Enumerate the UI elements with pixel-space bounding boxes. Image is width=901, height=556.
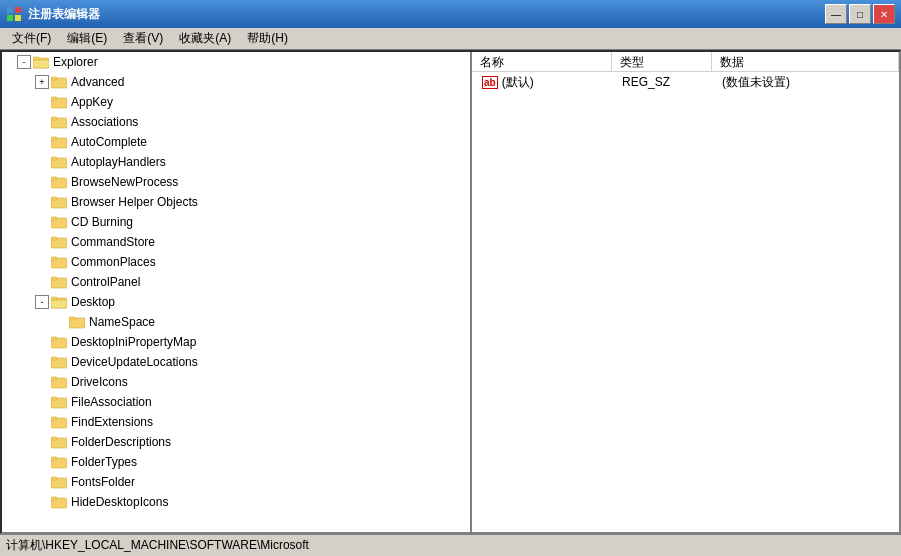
tree-pane[interactable]: - Explorer+ Advanced AppKey Associations… <box>2 52 472 532</box>
menu-edit[interactable]: 编辑(E) <box>59 28 115 49</box>
ab-icon: ab <box>482 76 498 89</box>
folder-icon-fileassociation <box>51 395 67 409</box>
svg-rect-2 <box>7 15 13 21</box>
tree-label-advanced: Advanced <box>71 75 124 89</box>
tree-item-folderdescriptions[interactable]: FolderDescriptions <box>2 432 470 452</box>
tree-item-autoplayhandlers[interactable]: AutoplayHandlers <box>2 152 470 172</box>
status-text: 计算机\HKEY_LOCAL_MACHINE\SOFTWARE\Microsof… <box>6 537 309 554</box>
folder-icon-namespace <box>69 315 85 329</box>
tree-item-advanced[interactable]: + Advanced <box>2 72 470 92</box>
tree-label-autoplayhandlers: AutoplayHandlers <box>71 155 166 169</box>
folder-icon-explorer <box>33 55 49 69</box>
folder-icon-desktopinipropertymap <box>51 335 67 349</box>
minimize-button[interactable]: — <box>825 4 847 24</box>
tree-item-browserhelperobjects[interactable]: Browser Helper Objects <box>2 192 470 212</box>
tree-label-desktop: Desktop <box>71 295 115 309</box>
folder-icon-commonplaces <box>51 255 67 269</box>
svg-rect-18 <box>51 177 57 180</box>
tree-label-cdburning: CD Burning <box>71 215 133 229</box>
svg-rect-3 <box>15 15 21 21</box>
svg-rect-5 <box>33 60 49 68</box>
tree-label-findextensions: FindExtensions <box>71 415 153 429</box>
folder-icon-foldertypes <box>51 455 67 469</box>
svg-rect-12 <box>51 117 57 120</box>
app-icon <box>6 6 22 22</box>
menu-favorites[interactable]: 收藏夹(A) <box>171 28 239 49</box>
svg-rect-8 <box>51 77 57 80</box>
tree-item-fileassociation[interactable]: FileAssociation <box>2 392 470 412</box>
tree-item-desktopinipropertymap[interactable]: DesktopIniPropertyMap <box>2 332 470 352</box>
tree-label-deviceupdatelocations: DeviceUpdateLocations <box>71 355 198 369</box>
tree-item-commonplaces[interactable]: CommonPlaces <box>2 252 470 272</box>
svg-rect-35 <box>51 337 57 340</box>
window-title: 注册表编辑器 <box>28 6 825 23</box>
tree-item-cdburning[interactable]: CD Burning <box>2 212 470 232</box>
tree-item-explorer[interactable]: - Explorer <box>2 52 470 72</box>
folder-icon-browserhelperobjects <box>51 195 67 209</box>
folder-icon-commandstore <box>51 235 67 249</box>
menu-view[interactable]: 查看(V) <box>115 28 171 49</box>
tree-item-commandstore[interactable]: CommandStore <box>2 232 470 252</box>
svg-rect-6 <box>33 57 39 60</box>
svg-rect-30 <box>51 300 67 308</box>
tree-item-associations[interactable]: Associations <box>2 112 470 132</box>
tree-item-controlpanel[interactable]: ControlPanel <box>2 272 470 292</box>
svg-rect-16 <box>51 157 57 160</box>
tree-label-hidedesktopicons: HideDesktopIcons <box>71 495 168 509</box>
reg-cell-data-0: (数值未设置) <box>716 72 895 93</box>
tree-label-controlpanel: ControlPanel <box>71 275 140 289</box>
right-content[interactable]: ab (默认) REG_SZ (数值未设置) <box>472 72 899 532</box>
svg-rect-51 <box>51 497 57 500</box>
tree-label-namespace: NameSpace <box>89 315 155 329</box>
folder-icon-desktop <box>51 295 67 309</box>
svg-rect-1 <box>15 7 21 13</box>
tree-item-browsenewprocess[interactable]: BrowseNewProcess <box>2 172 470 192</box>
svg-rect-22 <box>51 217 57 220</box>
maximize-button[interactable]: □ <box>849 4 871 24</box>
tree-item-deviceupdatelocations[interactable]: DeviceUpdateLocations <box>2 352 470 372</box>
svg-rect-43 <box>51 417 57 420</box>
tree-item-hidedesktopicons[interactable]: HideDesktopIcons <box>2 492 470 512</box>
svg-rect-10 <box>51 97 57 100</box>
tree-label-commandstore: CommandStore <box>71 235 155 249</box>
tree-item-findextensions[interactable]: FindExtensions <box>2 412 470 432</box>
folder-icon-advanced <box>51 75 67 89</box>
folder-icon-hidedesktopicons <box>51 495 67 509</box>
reg-cell-name-0: ab (默认) <box>476 72 616 93</box>
status-bar: 计算机\HKEY_LOCAL_MACHINE\SOFTWARE\Microsof… <box>0 534 901 556</box>
tree-label-explorer: Explorer <box>53 55 98 69</box>
tree-toggle-advanced[interactable]: + <box>35 75 49 89</box>
window-controls: — □ ✕ <box>825 4 895 24</box>
tree-label-associations: Associations <box>71 115 138 129</box>
tree-item-appkey[interactable]: AppKey <box>2 92 470 112</box>
tree-item-namespace[interactable]: NameSpace <box>2 312 470 332</box>
folder-icon-cdburning <box>51 215 67 229</box>
tree-item-fontsfolder[interactable]: FontsFolder <box>2 472 470 492</box>
tree-item-desktop[interactable]: - Desktop <box>2 292 470 312</box>
folder-icon-fontsfolder <box>51 475 67 489</box>
close-button[interactable]: ✕ <box>873 4 895 24</box>
svg-rect-26 <box>51 257 57 260</box>
tree-label-fileassociation: FileAssociation <box>71 395 152 409</box>
tree-label-foldertypes: FolderTypes <box>71 455 137 469</box>
tree-toggle-explorer[interactable]: - <box>17 55 31 69</box>
svg-rect-39 <box>51 377 57 380</box>
svg-rect-0 <box>7 7 13 13</box>
folder-icon-folderdescriptions <box>51 435 67 449</box>
title-bar: 注册表编辑器 — □ ✕ <box>0 0 901 28</box>
reg-row-0[interactable]: ab (默认) REG_SZ (数值未设置) <box>472 72 899 92</box>
tree-item-driveicons[interactable]: DriveIcons <box>2 372 470 392</box>
tree-item-foldertypes[interactable]: FolderTypes <box>2 452 470 472</box>
tree-item-autocomplete[interactable]: AutoComplete <box>2 132 470 152</box>
tree-label-browserhelperobjects: Browser Helper Objects <box>71 195 198 209</box>
menu-help[interactable]: 帮助(H) <box>239 28 296 49</box>
tree-toggle-desktop[interactable]: - <box>35 295 49 309</box>
col-name-header: 名称 <box>472 52 612 71</box>
svg-rect-37 <box>51 357 57 360</box>
folder-icon-associations <box>51 115 67 129</box>
menu-file[interactable]: 文件(F) <box>4 28 59 49</box>
svg-rect-33 <box>69 317 75 320</box>
svg-rect-14 <box>51 137 57 140</box>
svg-rect-31 <box>51 297 57 300</box>
folder-icon-autoplayhandlers <box>51 155 67 169</box>
